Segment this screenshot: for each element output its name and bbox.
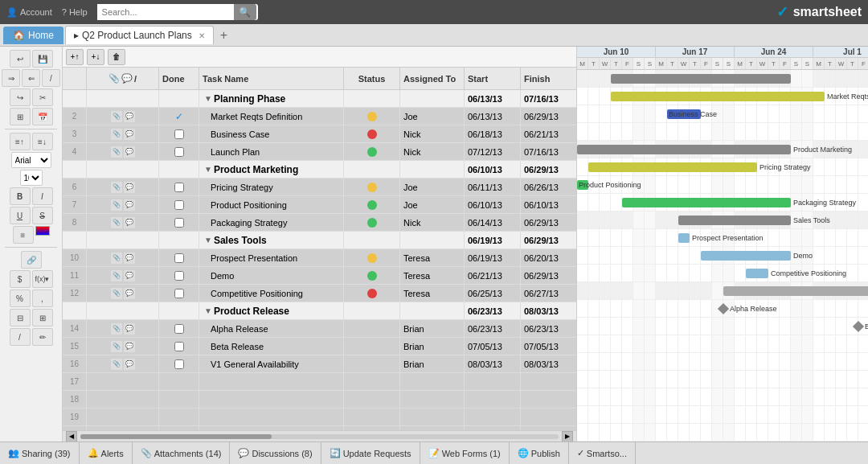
table-row[interactable]: 6 📎 💬 Pricing Strategy Joe 06/11/13 06/2…: [63, 179, 576, 196]
task-cell[interactable]: [199, 373, 344, 390]
done-cell[interactable]: [159, 320, 199, 337]
table-row[interactable]: 14 📎 💬 Alpha Release Brian 06/23/13 06/2…: [63, 320, 576, 338]
add-row-below-button[interactable]: +↓: [87, 49, 104, 65]
sharing-tab[interactable]: 👥 Sharing (39): [0, 442, 80, 464]
table-row[interactable]: 17: [63, 373, 576, 391]
table-row[interactable]: 19: [63, 409, 576, 426]
row-up-button[interactable]: ≡↑: [10, 133, 31, 150]
done-checkbox[interactable]: [174, 129, 184, 139]
done-checkbox[interactable]: [174, 271, 184, 281]
tab-close-icon[interactable]: ✕: [199, 31, 205, 40]
add-row-above-button[interactable]: +↑: [66, 49, 84, 65]
table-row[interactable]: ▼ Sales Tools 06/19/13 06/29/13: [63, 232, 576, 249]
done-checkbox[interactable]: [174, 218, 184, 228]
table-row[interactable]: 16 📎 💬 V1 General Availability Brian 08/…: [63, 355, 576, 373]
table-row[interactable]: 11 📎 💬 Demo Teresa 06/21/13 06/29/13: [63, 267, 576, 285]
done-cell[interactable]: [159, 355, 199, 372]
search-input[interactable]: [97, 4, 234, 20]
done-cell[interactable]: [159, 214, 199, 231]
done-cell[interactable]: [159, 338, 199, 355]
grid-view-button[interactable]: ⊞: [10, 108, 31, 125]
redo-button[interactable]: ↪: [10, 88, 31, 106]
outdent-button[interactable]: ⇐: [22, 69, 40, 87]
table-row[interactable]: ▼ Planning Phase 06/13/13 07/16/13: [63, 90, 576, 108]
done-checkbox[interactable]: [174, 342, 184, 351]
done-checkbox[interactable]: [174, 324, 184, 334]
table-row[interactable]: 10 📎 💬 Prospect Presentation Teresa 06/1…: [63, 249, 576, 267]
attachments-tab[interactable]: 📎 Attachments (14): [133, 442, 231, 464]
table-row[interactable]: 4 📎 💬 Launch Plan Nick 07/12/13 07/16/13: [63, 143, 576, 161]
bold-button[interactable]: B: [10, 187, 31, 205]
italic-button[interactable]: I: [32, 187, 53, 205]
table-row[interactable]: 7 📎 💬 Product Positioning Joe 06/10/13 0…: [63, 196, 576, 214]
percent-button[interactable]: %: [10, 289, 31, 307]
expand-icon[interactable]: ▼: [204, 236, 212, 244]
slash-button[interactable]: /: [42, 69, 60, 87]
underline-button[interactable]: U: [10, 207, 31, 224]
calendar-button[interactable]: 📅: [32, 108, 53, 125]
formula-button[interactable]: f(x)▾: [32, 270, 53, 288]
done-checkbox[interactable]: [174, 253, 184, 263]
table-row[interactable]: 2 📎 💬 ✓ Market Reqts Definition Joe 06/1…: [63, 108, 576, 125]
pencil-button[interactable]: ✏: [32, 328, 53, 346]
align-left-button[interactable]: ≡: [13, 226, 34, 244]
alerts-tab[interactable]: 🔔 Alerts: [80, 442, 133, 464]
font-select[interactable]: Arial: [11, 152, 51, 168]
undo-button[interactable]: ↩: [10, 50, 31, 68]
web-forms-tab[interactable]: 📝 Web Forms (1): [420, 442, 510, 464]
done-cell[interactable]: [159, 373, 199, 390]
filter-button[interactable]: ⊞: [32, 309, 53, 326]
table-row[interactable]: 15 📎 💬 Beta Release Brian 07/05/13 07/05…: [63, 338, 576, 355]
done-cell[interactable]: [159, 249, 199, 266]
done-cell[interactable]: [159, 285, 199, 302]
save-button[interactable]: 💾: [32, 50, 53, 68]
cut-button[interactable]: ✂: [32, 88, 53, 106]
tab-home[interactable]: 🏠 Home: [3, 27, 63, 44]
table-row[interactable]: ▼ Product Marketing 06/10/13 06/29/13: [63, 161, 576, 179]
table-row[interactable]: ▼ Product Release 06/23/13 08/03/13: [63, 302, 576, 320]
help-link[interactable]: ? Help: [62, 7, 88, 17]
expand-icon[interactable]: ▼: [204, 94, 212, 103]
task-cell[interactable]: [199, 409, 344, 425]
strikethrough-button[interactable]: S: [32, 207, 53, 224]
done-cell[interactable]: [159, 143, 199, 160]
table-row[interactable]: 3 📎 💬 Business Case Nick 06/18/13 06/21/…: [63, 125, 576, 143]
add-tab-button[interactable]: +: [215, 28, 232, 43]
grid2-button[interactable]: ⊟: [10, 309, 31, 326]
paint-button[interactable]: /: [10, 328, 31, 346]
table-row[interactable]: 12 📎 💬 Competitive Positioning Teresa 06…: [63, 285, 576, 302]
indent-button[interactable]: ⇒: [2, 69, 20, 87]
done-cell[interactable]: [159, 409, 199, 425]
font-size-select[interactable]: 10: [20, 170, 43, 186]
scroll-left-arrow[interactable]: ◀: [66, 431, 77, 442]
done-checkbox[interactable]: [174, 183, 184, 192]
done-checkbox[interactable]: [174, 147, 184, 157]
done-cell[interactable]: [159, 125, 199, 142]
done-checkbox[interactable]: [174, 289, 184, 298]
done-cell[interactable]: [159, 391, 199, 408]
publish-tab[interactable]: 🌐 Publish: [510, 442, 569, 464]
row-down-button[interactable]: ≡↓: [32, 133, 53, 150]
comma-button[interactable]: ,: [32, 289, 53, 307]
account-menu[interactable]: 👤 Account: [6, 7, 52, 18]
table-row[interactable]: 8 📎 💬 Packaging Strategy Nick 06/14/13 0…: [63, 214, 576, 232]
discussions-tab[interactable]: 💬 Discussions (8): [230, 442, 321, 464]
expand-icon[interactable]: ▼: [204, 306, 212, 315]
done-checkbox[interactable]: [174, 359, 184, 369]
done-cell[interactable]: [159, 196, 199, 213]
smartsource-tab[interactable]: ✓ Smartso...: [569, 442, 636, 464]
table-row[interactable]: 18: [63, 391, 576, 409]
task-cell[interactable]: [199, 391, 344, 408]
scroll-right-arrow[interactable]: ▶: [562, 431, 573, 442]
tab-sheet[interactable]: ▸ Q2 Product Launch Plans ✕: [65, 26, 214, 44]
dollar-button[interactable]: $: [10, 270, 31, 288]
done-cell[interactable]: ✓: [159, 108, 199, 125]
text-color-button[interactable]: [35, 226, 50, 236]
expand-icon[interactable]: ▼: [204, 165, 212, 174]
delete-row-button[interactable]: 🗑: [108, 49, 125, 65]
done-cell[interactable]: [159, 179, 199, 195]
update-requests-tab[interactable]: 🔄 Update Requests: [321, 442, 420, 464]
done-checkbox[interactable]: [174, 200, 184, 210]
scroll-track[interactable]: [80, 434, 559, 439]
search-button[interactable]: 🔍: [234, 4, 256, 20]
